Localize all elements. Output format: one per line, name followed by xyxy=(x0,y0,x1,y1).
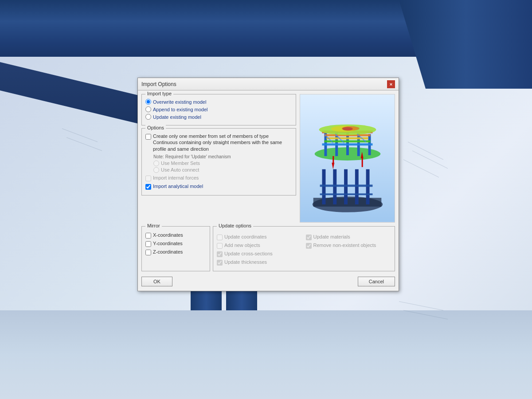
add-new-label: Update materials xyxy=(313,234,350,240)
options-group: Options Create only one member from set … xyxy=(141,128,296,196)
bottom-section: Mirror X-coordinates Y-coordinates Z-coo… xyxy=(141,226,395,271)
options-legend: Options xyxy=(145,125,166,130)
dialog-title: Import Options xyxy=(141,81,176,87)
ok-button[interactable]: OK xyxy=(141,277,172,286)
remove-nonexistent-checkbox xyxy=(306,243,312,249)
import-analytical-model-option[interactable]: Import analytical model xyxy=(145,183,292,190)
x-coord-option[interactable]: X-coordinates xyxy=(145,232,206,239)
import-options-dialog: Import Options × Import type Overwrite e… xyxy=(137,78,399,291)
mirror-legend: Mirror xyxy=(145,223,162,228)
update-materials-label: Add new objects xyxy=(224,242,260,248)
svg-line-0 xyxy=(408,142,443,160)
y-coord-label: Y-coordinates xyxy=(153,240,183,246)
structure-preview xyxy=(300,94,395,223)
x-coord-checkbox[interactable] xyxy=(145,233,151,239)
update-options-col2: Update materials Remove non-existent obj… xyxy=(306,232,391,267)
z-coord-option[interactable]: Z-coordinates xyxy=(145,249,206,255)
svg-rect-32 xyxy=(332,156,334,164)
update-cross-checkbox xyxy=(217,251,223,257)
import-internal-forces-option: Import internal forces xyxy=(145,175,292,181)
update-coords-label: Update coordinates xyxy=(224,234,266,240)
update-options-legend: Update options xyxy=(217,223,253,228)
update-cross-label: Update cross-sections xyxy=(224,250,273,257)
bg-beam-corner xyxy=(399,0,532,89)
dialog-footer: OK Cancel xyxy=(141,275,395,287)
update-coords-option: Update coordinates xyxy=(217,234,302,240)
create-member-label: Create only one member from set of membe… xyxy=(153,133,292,152)
y-coord-option[interactable]: Y-coordinates xyxy=(145,240,206,247)
update-options-col1: Update coordinates Add new objects Updat… xyxy=(217,232,302,267)
structure-svg xyxy=(300,94,395,222)
update-cross-option: Update cross-sections xyxy=(217,250,302,257)
update-thick-checkbox xyxy=(217,260,223,266)
use-auto-connect-label: Use Auto connect xyxy=(161,167,199,172)
y-coord-checkbox[interactable] xyxy=(145,241,151,247)
import-analytical-model-label: Import analytical model xyxy=(153,183,203,189)
svg-rect-16 xyxy=(320,193,373,195)
overwrite-radio[interactable] xyxy=(145,99,151,105)
svg-rect-34 xyxy=(362,158,363,167)
update-thick-label: Update thicknesses xyxy=(224,259,267,265)
bg-floor xyxy=(0,310,532,399)
use-member-sets-label: Use Member Sets xyxy=(161,160,200,166)
svg-point-35 xyxy=(342,127,353,131)
use-member-sets-radio xyxy=(153,160,159,166)
update-options-group: Update options Update coordinates Add ne… xyxy=(213,226,395,271)
remove-nonexistent-option: Remove non-existent objects xyxy=(306,242,391,249)
import-type-group: Import type Overwrite existing model App… xyxy=(141,94,296,125)
x-coord-label: X-coordinates xyxy=(153,232,183,238)
use-auto-connect-radio xyxy=(153,167,159,173)
import-analytical-model-checkbox[interactable] xyxy=(145,184,151,190)
update-option[interactable]: Update existing model xyxy=(145,114,292,120)
update-label: Update existing model xyxy=(153,114,201,120)
import-internal-forces-checkbox xyxy=(145,176,151,181)
import-internal-forces-label: Import internal forces xyxy=(153,175,199,181)
svg-line-5 xyxy=(399,301,443,310)
cancel-button[interactable]: Cancel xyxy=(358,277,395,286)
z-coord-checkbox[interactable] xyxy=(145,250,151,255)
update-thick-option: Update thicknesses xyxy=(217,259,302,266)
import-type-legend: Import type xyxy=(145,91,173,96)
dialog-body: Import type Overwrite existing model App… xyxy=(138,90,399,291)
svg-rect-15 xyxy=(320,184,373,187)
append-radio[interactable] xyxy=(145,106,151,112)
note-text: Note: Required for 'Update' mechanism xyxy=(153,154,292,160)
append-option[interactable]: Append to existing model xyxy=(145,106,292,112)
overwrite-option[interactable]: Overwrite existing model xyxy=(145,99,292,105)
use-member-sets-option: Use Member Sets xyxy=(153,160,292,166)
svg-line-4 xyxy=(66,137,102,151)
create-member-checkbox[interactable] xyxy=(145,134,151,140)
update-coords-checkbox xyxy=(217,235,223,240)
close-button[interactable]: × xyxy=(387,80,395,88)
svg-line-2 xyxy=(403,160,439,177)
create-member-option: Create only one member from set of membe… xyxy=(145,133,292,152)
svg-line-1 xyxy=(412,151,448,168)
remove-nonexistent-label: Remove non-existent objects xyxy=(313,242,376,248)
update-materials-option: Add new objects xyxy=(217,242,302,249)
use-auto-connect-option: Use Auto connect xyxy=(153,167,292,173)
add-new-option: Update materials xyxy=(306,234,391,240)
update-materials-checkbox xyxy=(217,243,223,249)
left-panel: Import type Overwrite existing model App… xyxy=(141,94,296,223)
update-radio[interactable] xyxy=(145,114,151,120)
dialog-titlebar: Import Options × xyxy=(138,78,399,90)
append-label: Append to existing model xyxy=(153,107,208,112)
overwrite-label: Overwrite existing model xyxy=(153,99,206,105)
svg-rect-27 xyxy=(322,143,373,145)
svg-line-3 xyxy=(62,129,98,142)
z-coord-label: Z-coordinates xyxy=(153,249,183,255)
top-section: Import type Overwrite existing model App… xyxy=(141,94,395,223)
mirror-group: Mirror X-coordinates Y-coordinates Z-coo… xyxy=(141,226,210,271)
add-new-checkbox xyxy=(306,235,312,240)
